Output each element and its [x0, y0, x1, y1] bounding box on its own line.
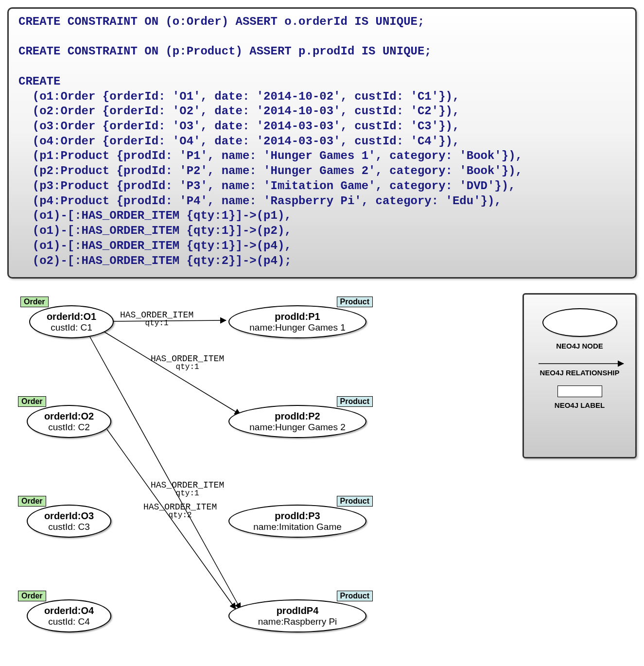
legend-label-label: NEO4J LABEL: [555, 401, 605, 409]
node-id: prodIdP4: [277, 605, 319, 616]
product-node-p3: Product prodId:P3 name:Imitation Game: [228, 505, 366, 538]
product-label-tag: Product: [337, 591, 373, 601]
node-prop: custId: C3: [48, 522, 90, 532]
graph-diagram: Order orderId:O1 custId: C1 Order orderI…: [7, 293, 637, 653]
product-label-tag: Product: [337, 396, 373, 407]
svg-line-2: [90, 337, 241, 609]
order-label-tag: Order: [18, 591, 46, 601]
legend-relationship-label: NEO4J RELATIONSHIP: [540, 368, 620, 377]
product-node-p2: Product prodId:P2 name:Hunger Games 2: [228, 405, 366, 438]
legend-node-label: NEO4J NODE: [556, 342, 603, 350]
edges-layer: [7, 293, 518, 653]
cypher-code: CREATE CONSTRAINT ON (o:Order) ASSERT o.…: [18, 15, 626, 268]
rel-label-r2: HAS_ORDER_ITEM qty:1: [151, 354, 224, 371]
legend-label-icon: [557, 386, 602, 397]
node-id: orderId:O2: [44, 411, 94, 422]
rel-label-r3: HAS_ORDER_ITEM qty:1: [151, 480, 224, 498]
order-label-tag: Order: [20, 297, 49, 307]
svg-line-1: [104, 332, 241, 415]
order-node-o4: Order orderId:O4 custId: C4: [27, 599, 111, 632]
order-node-o3: Order orderId:O3 custId: C3: [27, 505, 111, 538]
node-id: orderId:O4: [44, 605, 94, 616]
node-id: orderId:O3: [44, 510, 94, 522]
rel-label-r1: HAS_ORDER_ITEM qty:1: [120, 310, 193, 328]
product-node-p1: Product prodId:P1 name:Hunger Games 1: [228, 305, 366, 338]
legend-arrow-icon: [531, 359, 628, 368]
order-node-o2: Order orderId:O2 custId: C2: [27, 405, 111, 438]
product-label-tag: Product: [337, 496, 373, 507]
node-prop: name:Raspberry Pi: [258, 616, 337, 627]
node-prop: name:Hunger Games 1: [249, 322, 346, 333]
node-prop: custId: C1: [51, 322, 92, 333]
order-label-tag: Order: [18, 496, 46, 507]
product-node-p4: Product prodIdP4 name:Raspberry Pi: [228, 599, 366, 632]
product-label-tag: Product: [337, 297, 373, 307]
order-node-o1: Order orderId:O1 custId: C1: [29, 305, 114, 338]
node-id: prodId:P3: [275, 510, 320, 522]
cypher-code-panel: CREATE CONSTRAINT ON (o:Order) ASSERT o.…: [7, 7, 637, 279]
legend-node-icon: [542, 308, 617, 337]
node-id: prodId:P2: [275, 411, 320, 422]
order-label-tag: Order: [18, 396, 46, 407]
rel-label-r4: HAS_ORDER_ITEM qty:2: [143, 502, 217, 520]
legend-panel: NEO4J NODE NEO4J RELATIONSHIP NEO4J LABE…: [522, 293, 637, 458]
node-prop: custId: C2: [48, 422, 90, 433]
node-prop: name:Hunger Games 2: [249, 422, 346, 433]
node-id: orderId:O1: [47, 311, 96, 322]
node-id: prodId:P1: [275, 311, 320, 322]
node-prop: custId: C4: [48, 616, 90, 627]
node-prop: name:Imitation Game: [253, 522, 342, 532]
